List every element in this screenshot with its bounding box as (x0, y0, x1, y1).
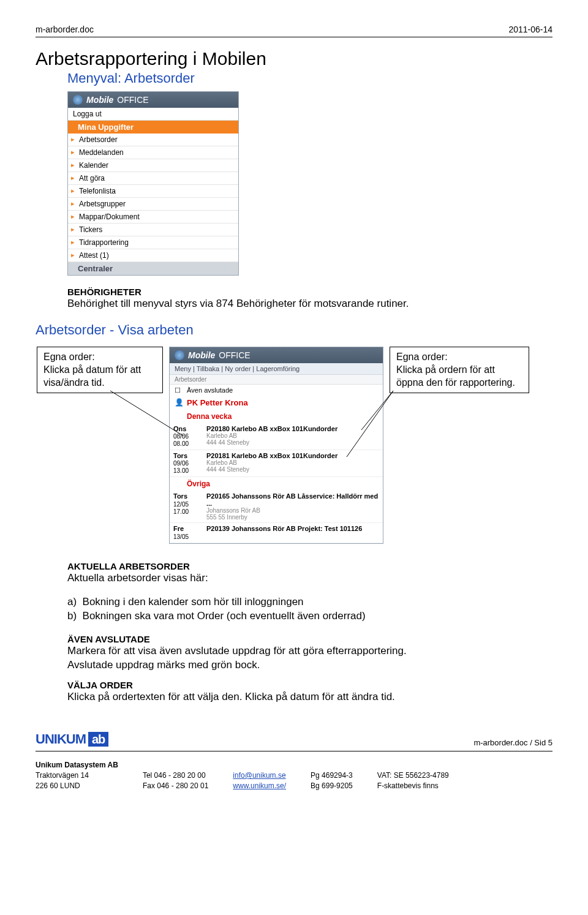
order-company: Karlebo AB (206, 432, 379, 439)
menu-item[interactable]: Tidrapportering (68, 236, 238, 249)
callout-right: Egna order: Klicka på ordern för att öpp… (390, 347, 529, 393)
menu-item[interactable]: Telefonlista (68, 185, 238, 198)
page-title: Arbetsrapportering i Mobilen (36, 48, 552, 69)
order-company: Karlebo AB (206, 459, 379, 466)
footer-fskatt: F-skattebevis finns (377, 781, 449, 791)
mobile-screenshot-orders: Mobile OFFICE Meny | Tillbaka | Ny order… (169, 347, 383, 544)
time: 17.00 (173, 508, 189, 515)
order-title: P20181 Karlebo AB xxBox 101Kundorder (206, 452, 379, 459)
aven-avslutade-label[interactable]: Även avslutade (187, 386, 233, 394)
valja-order-heading: VÄLJA ORDER (67, 680, 552, 690)
menu-item[interactable]: Mappar/Dokument (68, 211, 238, 224)
valja-order-text: Klicka på ordertexten för att välja den.… (67, 690, 552, 704)
breadcrumb-nav[interactable]: Meny | Tillbaka | Ny order | Lageromföri… (170, 363, 383, 375)
order-postal: 444 44 Steneby (206, 439, 379, 446)
day: Tors (173, 452, 187, 459)
footer-bg: Bg 699-9205 (311, 781, 353, 791)
footer-addr1: Traktorvägen 14 (36, 770, 118, 781)
behorigheter-text: Behörighet till menyval styrs via 874 Be… (67, 297, 552, 311)
brand-office: OFFICE (219, 350, 250, 360)
header-docname: m-arborder.doc (36, 24, 94, 34)
behorigheter-heading: BEHÖRIGHETER (67, 287, 552, 297)
menu-section-mina: Mina Uppgifter (68, 121, 238, 134)
list-item-b: b) Bokningen ska vara mot Order (och eve… (81, 609, 552, 623)
section-ovriga: Övriga (170, 477, 383, 491)
header-rule (36, 37, 552, 37)
order-postal: 555 55 Innerby (206, 514, 379, 521)
footer-fax: Fax 046 - 280 20 01 (143, 781, 208, 791)
time: 08.00 (173, 440, 189, 447)
footer-email-link[interactable]: info@unikum.se (233, 771, 285, 780)
footer-tel: Tel 046 - 280 20 00 (143, 770, 208, 781)
visa-arbeten-heading: Arbetsorder - Visa arbeten (36, 322, 552, 338)
footer-rule (36, 751, 552, 751)
menu-item[interactable]: Tickers (68, 224, 238, 236)
menu-item[interactable]: Arbetsgrupper (68, 198, 238, 211)
menu-item[interactable]: Att göra (68, 172, 238, 185)
header-date: 2011-06-14 (508, 24, 552, 34)
aven-avslutade-text1: Markera för att visa även avslutade uppd… (67, 644, 552, 658)
order-title: P20165 Johanssons Rör AB Låsservice: Hal… (206, 492, 379, 507)
date: 09/06 (173, 460, 189, 467)
checkbox-icon[interactable]: ☐ (175, 386, 181, 394)
menu-item[interactable]: Meddelanden (68, 146, 238, 159)
order-row[interactable]: Ons08/0608.00 P20180 Karlebo AB xxBox 10… (170, 423, 383, 450)
date: 13/05 (173, 533, 189, 540)
sub-arbetsorder: Arbetsorder (170, 375, 383, 385)
globe-icon (175, 350, 184, 360)
day: Ons (173, 425, 186, 432)
page-sid: m-arborder.doc / Sid 5 (473, 738, 552, 747)
day: Tors (173, 492, 187, 500)
globe-icon (73, 95, 83, 105)
aktuella-text: Aktuella arbetsorder visas här: (67, 571, 552, 586)
brand-office: OFFICE (117, 95, 148, 105)
mobile-screenshot-menu: Mobile OFFICE Logga ut Mina Uppgifter Ar… (67, 91, 239, 276)
menu-item[interactable]: Attest (1) (68, 249, 238, 262)
footer-vat: VAT: SE 556223-4789 (377, 770, 449, 781)
date: 12/05 (173, 501, 189, 508)
brand-mobile: Mobile (188, 350, 215, 360)
footer-pg: Pg 469294-3 (311, 770, 353, 781)
list-item-a: a) Bokning i den kalender som hör till i… (81, 595, 552, 609)
order-row[interactable]: Tors12/0517.00 P20165 Johanssons Rör AB … (170, 491, 383, 523)
day: Fre (173, 525, 184, 532)
section-denna-vecka: Denna vecka (170, 410, 383, 423)
callout-left: Egna order: Klicka på datum för att visa… (37, 347, 163, 393)
order-row[interactable]: Fre13/05 P20139 Johanssons Rör AB Projek… (170, 523, 383, 543)
order-title: P20139 Johanssons Rör AB Projekt: Test 1… (206, 525, 379, 532)
order-postal: 444 44 Steneby (206, 466, 379, 473)
menu-item[interactable]: Kalender (68, 159, 238, 172)
brand-mobile: Mobile (86, 95, 113, 105)
subtitle-menyval: Menyval: Arbetsorder (67, 70, 552, 86)
time: 13.00 (173, 467, 189, 474)
aktuella-heading: AKTUELLA ARBETSORDER (67, 561, 552, 571)
footer-company: Unikum Datasystem AB (36, 760, 118, 770)
menu-item[interactable]: Arbetsorder (68, 134, 238, 146)
aven-avslutade-heading: ÄVEN AVSLUTADE (67, 634, 552, 644)
order-title: P20180 Karlebo AB xxBox 101Kundorder (206, 425, 379, 432)
footer-addr2: 226 60 LUND (36, 781, 118, 791)
order-row[interactable]: Tors09/0613.00 P20181 Karlebo AB xxBox 1… (170, 450, 383, 477)
aven-avslutade-text2: Avslutade uppdrag märks med grön bock. (67, 658, 552, 672)
loggaut-link[interactable]: Logga ut (68, 108, 238, 121)
order-company: Johanssons Rör AB (206, 507, 379, 514)
footer-web-link[interactable]: www.unikum.se/ (233, 781, 286, 790)
user-name: PK Petter Krona (170, 396, 383, 410)
menu-section-centraler: Centraler (68, 262, 238, 275)
date: 08/06 (173, 433, 189, 440)
unikum-logo: UNIKUMab (36, 731, 108, 747)
